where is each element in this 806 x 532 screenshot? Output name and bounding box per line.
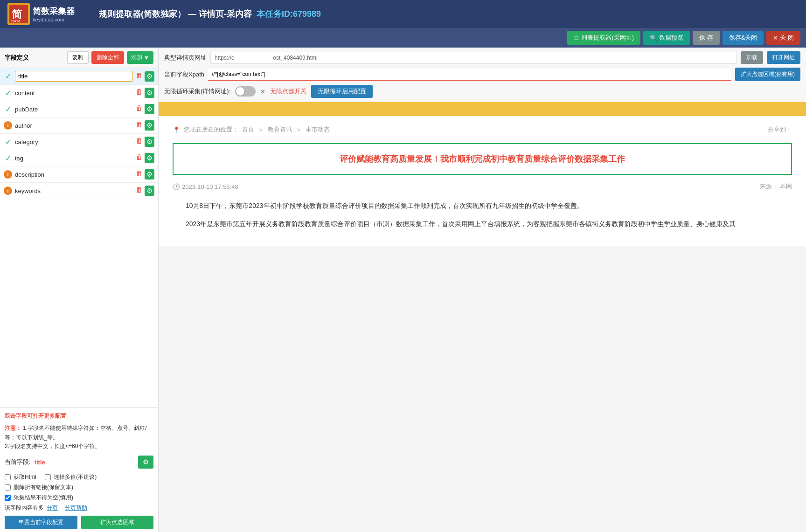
copy-button[interactable]: 复制 bbox=[67, 51, 89, 64]
open-url-button[interactable]: 打开网址 bbox=[767, 51, 800, 64]
field-item-category[interactable]: ✓ category 🗑 ⚙ bbox=[0, 134, 158, 150]
field-list: ✓ 🗑 ⚙ ✓ content 🗑 ⚙ ✓ pubDate bbox=[0, 68, 158, 407]
yellow-banner bbox=[159, 102, 806, 116]
breadcrumb-edu[interactable]: 教育资讯 bbox=[268, 125, 292, 134]
expand-area-button[interactable]: 扩大点选区域(很有用) bbox=[735, 68, 800, 81]
multi-page-help-link[interactable]: 分页帮助 bbox=[65, 504, 87, 512]
load-button[interactable]: 加载 bbox=[741, 51, 763, 64]
field-item-tag[interactable]: ✓ tag 🗑 ⚙ bbox=[0, 150, 158, 166]
field-name-pubdate: pubDate bbox=[15, 106, 133, 113]
not-empty-checkbox[interactable] bbox=[5, 495, 11, 501]
field-check-category: ✓ bbox=[4, 138, 12, 146]
current-field-row: 当前字段: title ⚙ bbox=[5, 456, 153, 469]
not-empty-label: 采集结果不得为空(慎用) bbox=[14, 494, 73, 502]
hint-text: 双击字段可打开更多配置 bbox=[5, 412, 153, 420]
article-time: 🕐 2023-10-10 17:55:48 bbox=[173, 183, 238, 190]
apply-field-button[interactable]: 申置当前字段配置 bbox=[5, 516, 77, 529]
xpath-input[interactable] bbox=[208, 69, 731, 81]
save-close-button[interactable]: 保存&关闭 bbox=[723, 31, 764, 45]
multi-value-checkbox[interactable] bbox=[45, 474, 51, 480]
close-icon: ✕ bbox=[773, 35, 778, 41]
logo-area: 简 DATA 简数采集器 keydatas.com bbox=[7, 3, 91, 25]
gear-category-icon[interactable]: ⚙ bbox=[145, 137, 154, 147]
gear-keywords-icon[interactable]: ⚙ bbox=[145, 186, 154, 196]
remove-links-row: 删除所有链接(保留文本) bbox=[5, 484, 153, 491]
breadcrumb-home[interactable]: 首页 bbox=[242, 125, 254, 134]
infinite-label: 无限循环采集(详情网址): bbox=[164, 87, 230, 96]
field-item-description[interactable]: i description 🗑 ⚙ bbox=[0, 166, 158, 183]
location-icon: 📍 bbox=[173, 126, 180, 133]
get-html-label: 获取Html bbox=[14, 473, 36, 481]
field-title-actions: 🗑 ⚙ bbox=[136, 71, 154, 82]
delete-title-icon[interactable]: 🗑 bbox=[136, 71, 143, 82]
expand-select-button[interactable]: 扩大点选区域 bbox=[81, 516, 154, 529]
remove-links-label: 删除所有链接(保留文本) bbox=[14, 484, 73, 491]
field-item-author[interactable]: i author 🗑 ⚙ bbox=[0, 117, 158, 134]
infinite-config-button[interactable]: 无限循环启用配置 bbox=[311, 85, 373, 98]
right-top-controls: 典型详情页网址 加载 打开网址 当前字段Xpath 扩大点选区域(很有用) 无限… bbox=[159, 48, 806, 102]
url-input[interactable] bbox=[210, 52, 737, 64]
field-name-category: category bbox=[15, 138, 133, 145]
get-html-row: 获取Html 选择多值(不建议) bbox=[5, 473, 153, 481]
field-keywords-actions: 🗑 ⚙ bbox=[136, 186, 154, 196]
delete-content-icon[interactable]: 🗑 bbox=[136, 88, 143, 98]
field-item-pubdate[interactable]: ✓ pubDate 🗑 ⚙ bbox=[0, 101, 158, 117]
logo-icon: 简 DATA bbox=[7, 3, 30, 25]
add-field-button[interactable]: 添加 ▼ bbox=[127, 51, 153, 64]
delete-all-button[interactable]: 删除全部 bbox=[91, 51, 124, 64]
header-title: 规则提取器(简数独家） — 详情页-采内容 本任务ID:679989 bbox=[99, 8, 799, 20]
logo-sub-text: keydatas.com bbox=[33, 17, 75, 22]
remove-links-checkbox[interactable] bbox=[5, 484, 11, 491]
share-label: 分享到： bbox=[768, 125, 792, 134]
field-name-author: author bbox=[15, 122, 133, 129]
delete-pubdate-icon[interactable]: 🗑 bbox=[136, 104, 143, 114]
fields-header: 字段定义 复制 删除全部 添加 ▼ bbox=[0, 48, 158, 68]
field-item-keywords[interactable]: i keywords 🗑 ⚙ bbox=[0, 183, 158, 199]
gear-content-icon[interactable]: ⚙ bbox=[145, 88, 154, 98]
gear-description-icon[interactable]: ⚙ bbox=[145, 169, 154, 180]
left-bottom: 双击字段可打开更多配置 注意： 1.字段名不能使用特殊字符如：空格、点号、斜杠/… bbox=[0, 407, 158, 532]
infinite-toggle[interactable] bbox=[235, 86, 256, 97]
delete-description-icon[interactable]: 🗑 bbox=[136, 169, 143, 180]
search-icon: 🔍 bbox=[650, 35, 657, 41]
multi-page-label: 该字段内容有多 bbox=[5, 504, 44, 512]
toolbar: ☰ 列表提取器(采网址) 🔍 数据预览 保 存 保存&关闭 ✕ 关 闭 bbox=[0, 28, 806, 48]
field-item-title[interactable]: ✓ 🗑 ⚙ bbox=[0, 68, 158, 85]
delete-author-icon[interactable]: 🗑 bbox=[136, 120, 143, 131]
field-gear-button[interactable]: ⚙ bbox=[138, 456, 153, 469]
article-meta: 🕐 2023-10-10 17:55:48 来源： 本网 bbox=[173, 182, 792, 191]
infinite-select-label: 无限点选开关 bbox=[270, 87, 306, 96]
field-name-content: content bbox=[15, 90, 133, 97]
field-name-description: description bbox=[15, 171, 133, 178]
article-body: 10月8日下午，东莞市2023年初中阶段学校教育质量综合评价项目的数据采集工作顺… bbox=[173, 200, 792, 230]
multi-page-link[interactable]: 分页 bbox=[47, 504, 58, 512]
gear-title-icon[interactable]: ⚙ bbox=[145, 71, 154, 82]
data-preview-button[interactable]: 🔍 数据预览 bbox=[643, 31, 690, 45]
field-check-tag: ✓ bbox=[4, 154, 12, 162]
current-field-label: 当前字段: bbox=[5, 458, 31, 466]
field-item-content[interactable]: ✓ content 🗑 ⚙ bbox=[0, 85, 158, 101]
logo-text: 简数采集器 keydatas.com bbox=[33, 6, 75, 22]
field-name-keywords: keywords bbox=[15, 187, 133, 194]
delete-tag-icon[interactable]: 🗑 bbox=[136, 153, 143, 163]
delete-category-icon[interactable]: 🗑 bbox=[136, 137, 143, 147]
gear-pubdate-icon[interactable]: ⚙ bbox=[145, 104, 154, 114]
list-extractor-button[interactable]: ☰ 列表提取器(采网址) bbox=[567, 31, 640, 45]
field-pubdate-actions: 🗑 ⚙ bbox=[136, 104, 154, 114]
breadcrumb-local[interactable]: 本市动态 bbox=[306, 125, 330, 134]
not-empty-row: 采集结果不得为空(慎用) bbox=[5, 494, 153, 502]
article-paragraph-2: 2023年是东莞市第五年开展义务教育阶段教育质量综合评价项目（市测）数据采集工作… bbox=[173, 218, 792, 230]
field-category-actions: 🗑 ⚙ bbox=[136, 137, 154, 147]
get-html-checkbox[interactable] bbox=[5, 474, 11, 480]
toggle-x-icon[interactable]: ✕ bbox=[260, 88, 265, 95]
delete-keywords-icon[interactable]: 🗑 bbox=[136, 186, 143, 196]
field-check-description: i bbox=[4, 170, 12, 179]
gear-tag-icon[interactable]: ⚙ bbox=[145, 153, 154, 163]
article-title-box: 评价赋能教育高质量发展！我市顺利完成初中教育质量综合评价数据采集工作 bbox=[173, 143, 792, 175]
url-row: 典型详情页网址 加载 打开网址 bbox=[164, 51, 800, 64]
gear-author-icon[interactable]: ⚙ bbox=[145, 120, 154, 131]
close-button[interactable]: ✕ 关 闭 bbox=[766, 31, 800, 45]
field-name-input-title[interactable] bbox=[15, 71, 133, 82]
save-button[interactable]: 保 存 bbox=[693, 31, 720, 45]
breadcrumb-prefix: 您现在所在的位置： bbox=[184, 125, 238, 134]
